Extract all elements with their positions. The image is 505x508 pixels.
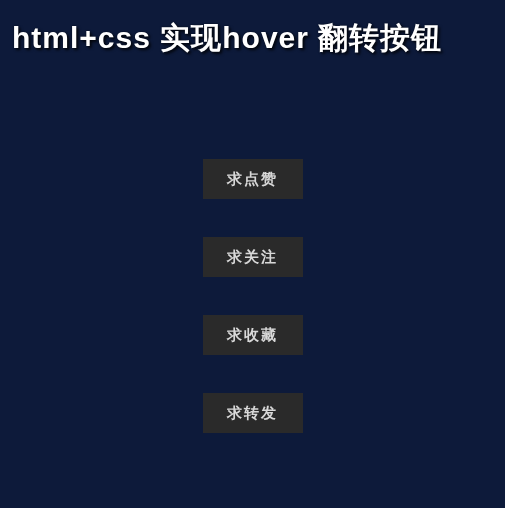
like-button[interactable]: 求点赞 <box>203 159 303 199</box>
share-button[interactable]: 求转发 <box>203 393 303 433</box>
follow-button[interactable]: 求关注 <box>203 237 303 277</box>
like-button-label: 求点赞 <box>227 170 278 189</box>
share-button-label: 求转发 <box>227 404 278 423</box>
page-title: html+css 实现hover 翻转按钮 <box>0 0 505 59</box>
favorite-button-label: 求收藏 <box>227 326 278 345</box>
favorite-button[interactable]: 求收藏 <box>203 315 303 355</box>
button-container: 求点赞 求关注 求收藏 求转发 <box>0 159 505 433</box>
follow-button-label: 求关注 <box>227 248 278 267</box>
